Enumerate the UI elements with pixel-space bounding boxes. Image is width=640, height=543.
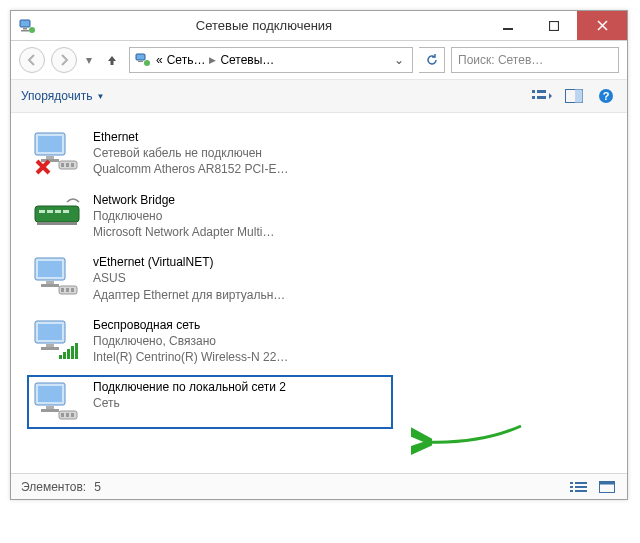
svg-rect-46 <box>71 346 74 359</box>
connection-item[interactable]: Беспроводная сетьПодключено, СвязаноInte… <box>27 313 393 370</box>
svg-rect-27 <box>47 210 53 213</box>
svg-rect-2 <box>21 30 29 32</box>
svg-rect-1 <box>23 28 27 30</box>
connection-name: Network Bridge <box>93 192 274 208</box>
navbar: ▾ « Сеть… ▶ Сетевы… ⌄ Поиск: Сетев… <box>11 41 627 79</box>
svg-rect-7 <box>138 61 143 62</box>
refresh-button[interactable] <box>419 47 445 73</box>
svg-rect-45 <box>67 349 70 359</box>
connection-text: vEthernet (VirtualNET)ASUSАдаптер Ethern… <box>93 254 285 303</box>
svg-rect-60 <box>570 490 573 492</box>
svg-point-8 <box>144 60 150 66</box>
svg-rect-40 <box>38 324 62 340</box>
breadcrumb-dropdown[interactable]: ⌄ <box>390 53 408 67</box>
connection-text: Network BridgeПодключеноMicrosoft Networ… <box>93 192 274 241</box>
svg-rect-51 <box>41 409 59 412</box>
bridge-icon <box>31 192 83 238</box>
breadcrumb[interactable]: « Сеть… ▶ Сетевы… ⌄ <box>129 47 413 73</box>
up-button[interactable] <box>101 49 123 71</box>
connection-device: Microsoft Network Adapter Multi… <box>93 224 274 240</box>
svg-rect-12 <box>537 96 546 99</box>
svg-rect-9 <box>532 90 535 93</box>
svg-rect-28 <box>55 210 61 213</box>
statusbar: Элементов: 5 <box>11 473 627 499</box>
connection-text: Подключение по локальной сети 2Сеть <box>93 379 286 411</box>
svg-rect-0 <box>20 20 30 27</box>
connection-status: ASUS <box>93 270 285 286</box>
svg-rect-47 <box>75 343 78 359</box>
breadcrumb-chevron-icon[interactable]: ▶ <box>209 55 216 65</box>
svg-rect-55 <box>71 413 74 417</box>
minimize-button[interactable] <box>485 11 531 40</box>
svg-rect-23 <box>66 163 69 167</box>
status-count: 5 <box>94 480 101 494</box>
app-icon <box>17 16 37 36</box>
connection-name: Подключение по локальной сети 2 <box>93 379 286 395</box>
svg-rect-24 <box>71 163 74 167</box>
svg-rect-11 <box>532 96 535 99</box>
connection-status: Подключено, Связано <box>93 333 288 349</box>
back-button[interactable] <box>19 47 45 73</box>
connection-device: Сеть <box>93 395 286 411</box>
ethernet-disconnected-icon <box>31 129 83 175</box>
toolbar: Упорядочить ▼ ? <box>11 79 627 113</box>
ethernet-icon <box>31 254 83 300</box>
svg-rect-38 <box>71 288 74 292</box>
window-frame: Сетевые подключения ▾ <box>10 10 628 500</box>
svg-rect-43 <box>59 355 62 359</box>
breadcrumb-prefix: « <box>156 53 163 67</box>
svg-rect-29 <box>63 210 69 213</box>
svg-rect-22 <box>61 163 64 167</box>
breadcrumb-seg2[interactable]: Сетевы… <box>220 53 274 67</box>
svg-rect-41 <box>46 344 54 347</box>
close-button[interactable] <box>577 11 627 40</box>
svg-point-3 <box>29 27 35 33</box>
connection-name: Беспроводная сеть <box>93 317 288 333</box>
svg-rect-44 <box>63 352 66 359</box>
view-options-button[interactable] <box>531 85 553 107</box>
svg-rect-34 <box>41 284 59 287</box>
wifi-icon <box>31 317 83 363</box>
connection-device: Intel(R) Centrino(R) Wireless-N 22… <box>93 349 288 365</box>
svg-rect-37 <box>66 288 69 292</box>
connection-item[interactable]: vEthernet (VirtualNET)ASUSАдаптер Ethern… <box>27 250 393 307</box>
view-large-button[interactable] <box>597 479 617 495</box>
svg-rect-57 <box>575 482 587 484</box>
svg-rect-20 <box>41 159 59 162</box>
connection-item[interactable]: Подключение по локальной сети 2Сеть <box>27 375 393 429</box>
connection-device: Qualcomm Atheros AR8152 PCI-E… <box>93 161 288 177</box>
ethernet-icon <box>31 379 83 425</box>
svg-rect-10 <box>537 90 546 93</box>
titlebar: Сетевые подключения <box>11 11 627 41</box>
breadcrumb-seg1[interactable]: Сеть… <box>167 53 206 67</box>
nav-history-dropdown[interactable]: ▾ <box>83 53 95 67</box>
svg-rect-61 <box>575 490 587 492</box>
organize-label: Упорядочить <box>21 89 92 103</box>
svg-rect-32 <box>38 261 62 277</box>
svg-rect-63 <box>600 481 615 484</box>
organize-button[interactable]: Упорядочить ▼ <box>21 89 104 103</box>
search-placeholder: Поиск: Сетев… <box>458 53 543 67</box>
connection-device: Адаптер Ethernet для виртуальн… <box>93 287 285 303</box>
connection-item[interactable]: Network BridgeПодключеноMicrosoft Networ… <box>27 188 393 245</box>
svg-rect-25 <box>35 206 79 222</box>
svg-rect-26 <box>39 210 45 213</box>
svg-rect-19 <box>46 156 54 159</box>
svg-rect-59 <box>575 486 587 488</box>
maximize-button[interactable] <box>531 11 577 40</box>
search-input[interactable]: Поиск: Сетев… <box>451 47 619 73</box>
connection-name: Ethernet <box>93 129 288 145</box>
preview-pane-button[interactable] <box>563 85 585 107</box>
connection-item[interactable]: EthernetСетевой кабель не подключенQualc… <box>27 125 393 182</box>
forward-button[interactable] <box>51 47 77 73</box>
view-details-button[interactable] <box>569 479 589 495</box>
connection-status: Сетевой кабель не подключен <box>93 145 288 161</box>
svg-rect-49 <box>38 386 62 402</box>
svg-rect-4 <box>503 28 513 30</box>
svg-text:?: ? <box>603 90 610 102</box>
svg-rect-56 <box>570 482 573 484</box>
svg-rect-6 <box>136 54 145 60</box>
help-button[interactable]: ? <box>595 85 617 107</box>
connection-text: Беспроводная сетьПодключено, СвязаноInte… <box>93 317 288 366</box>
window-title: Сетевые подключения <box>43 18 485 33</box>
